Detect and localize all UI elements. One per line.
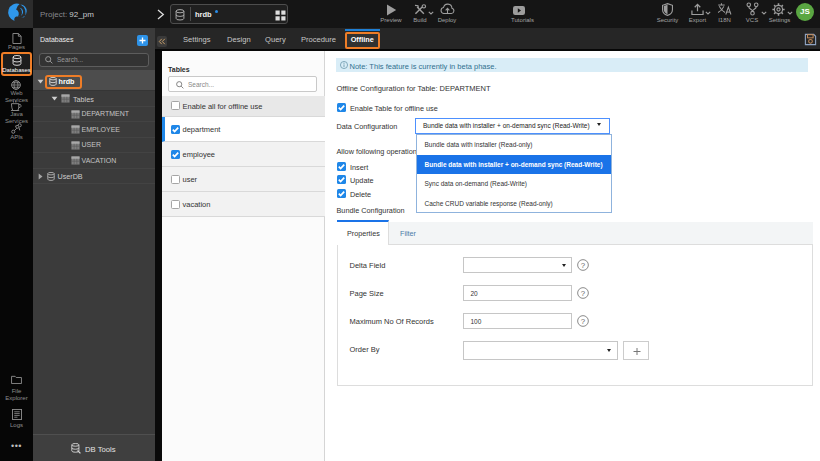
svg-text:?: ?: [580, 316, 585, 325]
svg-text:?: ?: [580, 261, 585, 270]
svg-text:?: ?: [580, 289, 585, 298]
